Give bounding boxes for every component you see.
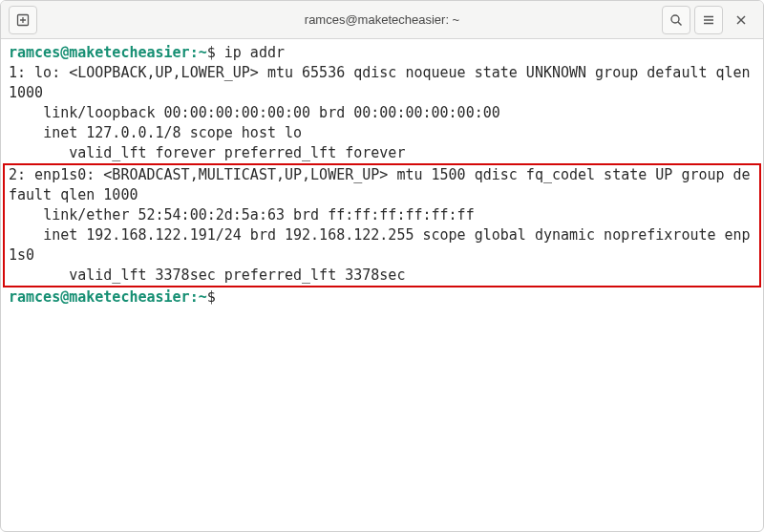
highlighted-interface-block: 2: enp1s0: <BROADCAST,MULTICAST,UP,LOWER… bbox=[3, 163, 761, 287]
output-enp1s0-link: link/ether 52:54:00:2d:5a:63 brd ff:ff:f… bbox=[9, 206, 475, 223]
prompt-user: ramces bbox=[9, 288, 60, 306]
titlebar: ramces@maketecheasier: ~ bbox=[1, 1, 763, 39]
output-enp1s0-header: 2: enp1s0: <BROADCAST,MULTICAST,UP,LOWER… bbox=[9, 166, 751, 203]
close-icon bbox=[735, 14, 747, 26]
prompt-user: ramces bbox=[9, 44, 60, 61]
prompt-at: @ bbox=[60, 44, 69, 61]
svg-line-4 bbox=[678, 22, 682, 26]
prompt-host: maketecheasier bbox=[69, 288, 189, 306]
prompt-at: @ bbox=[60, 288, 69, 306]
prompt-line-1: ramces@maketecheasier:~$ ip addr bbox=[9, 44, 285, 61]
prompt-colon: : bbox=[190, 288, 199, 306]
prompt-colon: : bbox=[190, 44, 199, 61]
prompt-symbol: $ bbox=[207, 44, 216, 61]
window-title: ramces@maketecheasier: ~ bbox=[1, 12, 763, 27]
prompt-line-2: ramces@maketecheasier:~$ bbox=[9, 288, 224, 306]
prompt-path: ~ bbox=[199, 44, 207, 61]
search-icon bbox=[669, 13, 683, 27]
output-enp1s0-valid: valid_lft 3378sec preferred_lft 3378sec bbox=[9, 266, 405, 284]
close-button[interactable] bbox=[727, 6, 755, 34]
prompt-symbol: $ bbox=[207, 288, 216, 306]
search-button[interactable] bbox=[662, 6, 690, 34]
prompt-host: maketecheasier bbox=[69, 44, 189, 61]
output-enp1s0-inet: inet 192.168.122.191/24 brd 192.168.122.… bbox=[9, 226, 751, 264]
output-lo-link: link/loopback 00:00:00:00:00:00 brd 00:0… bbox=[9, 104, 500, 121]
typed-command: ip addr bbox=[224, 44, 285, 61]
hamburger-icon bbox=[702, 13, 715, 27]
output-lo-inet: inet 127.0.0.1/8 scope host lo bbox=[9, 124, 302, 141]
menu-button[interactable] bbox=[694, 6, 723, 34]
output-lo-valid: valid_lft forever preferred_lft forever bbox=[9, 144, 405, 161]
new-tab-button[interactable] bbox=[9, 6, 37, 34]
output-lo-header: 1: lo: <LOOPBACK,UP,LOWER_UP> mtu 65536 … bbox=[9, 64, 759, 101]
prompt-path: ~ bbox=[199, 288, 207, 306]
terminal-area[interactable]: ramces@maketecheasier:~$ ip addr 1: lo: … bbox=[1, 39, 763, 531]
new-tab-icon bbox=[16, 13, 30, 27]
svg-point-3 bbox=[671, 15, 679, 23]
